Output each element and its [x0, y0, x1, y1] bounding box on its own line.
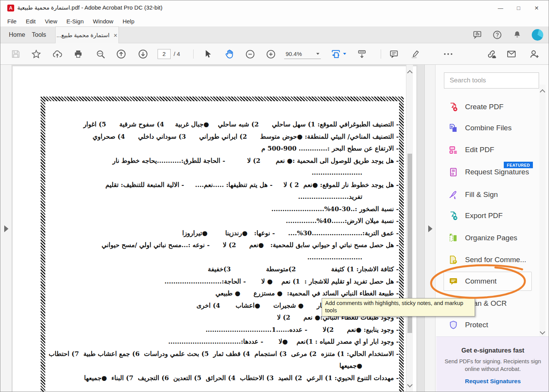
combine-files-icon: [448, 123, 459, 133]
create-pdf-icon: [448, 102, 459, 112]
sidebar-tool-edit-pdf[interactable]: Edit PDF: [444, 142, 539, 157]
document-line: - هل يوجد خطوط نار للموقع: ●نعم 2 ) لا -…: [36, 181, 399, 194]
zoom-out-icon[interactable]: [243, 48, 256, 61]
request-signatures-icon: [448, 167, 459, 177]
menu-esign[interactable]: E-Sign: [62, 18, 88, 25]
comment-icon: [448, 276, 459, 287]
document-line: - التصنيف الطبوغرافي للموقع: 1) سهل ساحل…: [36, 121, 399, 133]
highlighter-icon[interactable]: [408, 48, 421, 61]
document-line: - نسبة الصخور :..30-40%.................…: [36, 205, 399, 218]
document-line: - الاستخدام الحالي: 1) متنزه 2) مرعى 3) …: [36, 350, 399, 362]
document-line: - التصنيف المناخي/ البيئي للمنطقة: ●حوض …: [36, 133, 399, 145]
sidebar-tool-combine-files[interactable]: Combine Files: [444, 120, 539, 136]
document-canvas: - التصنيف الطبوغرافي للموقع: 1) سهل ساحل…: [12, 65, 418, 392]
title-bar: A استمارة محمية طبيعية.pdf - Adobe Acrob…: [0, 0, 549, 16]
share-link-icon[interactable]: [485, 48, 498, 61]
minimize-button[interactable]: —: [491, 0, 510, 16]
sidebar-scrollbar[interactable]: [539, 85, 546, 337]
tab-bar: Home Tools استمارة محمية طبيع... ✕: [0, 26, 549, 43]
page-number-input[interactable]: 2: [158, 49, 171, 59]
sidebar-tool-export-pdf[interactable]: Export PDF: [444, 208, 539, 223]
pdf-page: - التصنيف الطبوغرافي للموقع: 1) سهل ساحل…: [13, 66, 416, 392]
print-icon[interactable]: [72, 48, 85, 61]
document-line: - وجود ينابيع: ●نعم 2)لا - عدده......1..…: [36, 326, 399, 338]
sidebar-tool-create-pdf[interactable]: Create PDF: [444, 99, 539, 115]
tab-document-label: استمارة محمية طبيع...: [56, 32, 109, 39]
promo-title: Get e-signatures fast: [436, 347, 549, 354]
zoom-in-icon[interactable]: [264, 48, 277, 61]
feedback-icon[interactable]: [472, 30, 483, 40]
page-text: - التصنيف الطبوغرافي للموقع: 1) سهل ساحل…: [36, 121, 399, 386]
expand-left-panel-icon[interactable]: [4, 225, 8, 232]
star-favorite-icon[interactable]: [30, 48, 43, 61]
sticky-note-icon[interactable]: [387, 48, 400, 61]
search-icon[interactable]: [94, 48, 107, 61]
next-page-icon[interactable]: [136, 48, 150, 61]
tab-home[interactable]: Home: [9, 26, 25, 43]
save-icon[interactable]: [9, 48, 22, 61]
menu-edit[interactable]: Edit: [21, 18, 40, 25]
select-tool-icon[interactable]: [201, 48, 214, 61]
sidebar-tool-organize-pages[interactable]: Organize Pages: [444, 230, 539, 246]
comment-tooltip: Add comments with highlights, sticky not…: [322, 298, 475, 317]
document-line: - الارتفاع عن سطح البحر :............. 9…: [36, 145, 399, 157]
search-input[interactable]: [444, 72, 539, 89]
document-line: .........................: [36, 254, 399, 266]
tab-tools[interactable]: Tools: [32, 26, 46, 43]
sidebar-tool-protect[interactable]: Protect: [444, 317, 539, 333]
tools-panel-edge: [424, 65, 436, 392]
zoom-level-dropdown[interactable]: 90.4%: [284, 49, 321, 59]
share-with-person-icon[interactable]: [528, 48, 541, 61]
acrobat-window: A استمارة محمية طبيعية.pdf - Adobe Acrob…: [0, 0, 549, 392]
scroll-up-icon[interactable]: [540, 89, 545, 95]
request-signatures-link[interactable]: Request Signatures: [436, 378, 549, 385]
protect-shield-icon: [448, 320, 459, 330]
sidebar-tool-fill-sign[interactable]: Fill & Sign: [444, 187, 539, 202]
help-icon[interactable]: [492, 30, 503, 40]
collapse-tools-panel-icon[interactable]: [428, 225, 432, 232]
more-tools-icon[interactable]: [442, 48, 455, 61]
scroll-down-icon[interactable]: [540, 329, 545, 335]
email-icon[interactable]: [505, 48, 518, 61]
esign-promo-panel: Get e-signatures fast Send PDFs for sign…: [436, 336, 549, 392]
fit-width-icon[interactable]: [329, 48, 342, 61]
scrolling-mode-icon[interactable]: [355, 48, 368, 61]
document-line: - كثافة الاشجار: 1) كثيفة 2)متوسطة 3)خفي…: [36, 266, 399, 278]
maximize-button[interactable]: □: [510, 0, 528, 16]
menu-window[interactable]: Window: [88, 18, 118, 25]
tab-close-icon[interactable]: ✕: [113, 33, 118, 38]
edit-pdf-icon: [448, 145, 459, 155]
menu-view[interactable]: View: [40, 18, 62, 25]
featured-badge: FEATURED: [504, 162, 533, 168]
hand-tool-icon[interactable]: [223, 48, 236, 61]
sidebar-tool-send-for-comments[interactable]: Send for Comme...: [444, 252, 539, 267]
account-avatar[interactable]: [532, 29, 543, 41]
tab-document[interactable]: استمارة محمية طبيع... ✕: [55, 26, 119, 44]
scroll-up-icon[interactable]: [407, 70, 413, 75]
organize-pages-icon: [448, 233, 459, 243]
export-pdf-icon: [448, 211, 459, 221]
document-line: - نسبة ميلان الارض:......40%............…: [36, 217, 399, 230]
scroll-down-icon[interactable]: [407, 382, 413, 387]
previous-page-icon[interactable]: [115, 48, 128, 61]
window-title: استمارة محمية طبيعية.pdf - Adobe Acrobat…: [17, 4, 163, 11]
zoom-level-value: 90.4%: [286, 51, 302, 57]
sidebar-tool-comment[interactable]: Comment: [444, 274, 539, 289]
document-scrollbar[interactable]: [406, 65, 413, 392]
document-line: تفريد.......................: [36, 193, 399, 205]
document-line: ●جميعها: [36, 362, 399, 374]
notifications-bell-icon[interactable]: [512, 30, 523, 40]
cloud-upload-icon[interactable]: [51, 48, 64, 61]
close-button[interactable]: ✕: [528, 0, 546, 16]
promo-body: Send PDFs for signing. Recipients sign o…: [443, 358, 543, 373]
send-for-comments-icon: [448, 255, 459, 265]
menu-help[interactable]: Help: [118, 18, 139, 25]
chevron-down-icon[interactable]: [343, 53, 346, 55]
document-line: - عمق التربة:.......................30%.…: [36, 230, 399, 242]
main-toolbar: 2 / 4 90.4%: [0, 43, 549, 65]
document-line: .......................: [36, 169, 399, 181]
menu-file[interactable]: File: [0, 18, 21, 25]
document-line: - مهددات التنوع الحيوي: 1) الرعي 2) الصي…: [36, 374, 399, 387]
main-area: - التصنيف الطبوغرافي للموقع: 1) سهل ساحل…: [0, 65, 549, 392]
document-line: - هل يوجد طريق للوصول الى المحمية :● نعم…: [36, 157, 399, 169]
